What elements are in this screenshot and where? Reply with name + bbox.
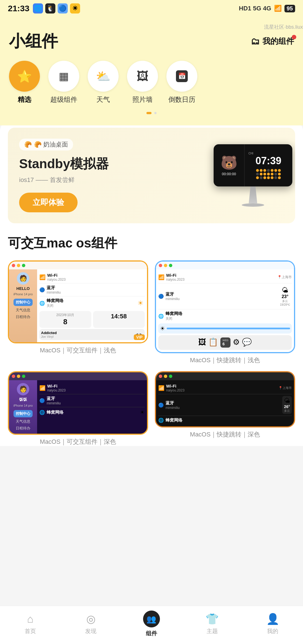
category-item-super[interactable]: ▦ 超级组件	[48, 61, 79, 104]
widget-card-macos-dark-1[interactable]: 🧑 饭饭 iPhone 14 pro 控制中心 天气信息 日程待办 📶	[8, 371, 148, 446]
list-icon[interactable]: 📋	[208, 337, 218, 348]
divider-2b	[158, 309, 292, 309]
category-item-countdown[interactable]: 📅 倒数日历	[166, 61, 197, 104]
bt-info-3: 蓝牙 mimimiliu	[47, 396, 145, 405]
bear-icon: 🐻	[221, 155, 238, 171]
nav-item-home[interactable]: ⌂ 首页	[13, 613, 47, 635]
macos-widget-1: 🧑 HELLO iPhone 14 pro 控制中心 天气信息 日程待办 📶	[9, 262, 147, 342]
ctrl-btn-3[interactable]: 控制中心	[13, 410, 33, 417]
nav-item-theme[interactable]: 👕 主题	[195, 613, 229, 635]
wifi-row-3: 📶 Wi-Fi naiyou.2023	[39, 382, 145, 393]
widget-grid: 🧑 HELLO iPhone 14 pro 控制中心 天气信息 日程待办 📶	[8, 260, 295, 446]
dc18	[267, 176, 270, 179]
banner-tag: 🥐 🥐 奶油桌面	[19, 139, 73, 150]
standby-clock-display: 07:39	[255, 155, 281, 167]
category-item-weather[interactable]: ⛅ 天气	[88, 61, 119, 104]
standby-timer: 00:00:00	[222, 172, 236, 176]
settings-icon[interactable]: ⚙	[233, 337, 240, 348]
category-item-featured[interactable]: ⭐ 精选	[9, 61, 40, 104]
bottom-nav: ⌂ 首页 ◎ 发现 👥 组件 👕 主题 👤 我的	[0, 606, 303, 644]
yellow-section: 流星社区·bbs.liuxingw.com 小组件 🗂 我的组件 ⭐ 精选 ▦	[0, 16, 303, 125]
banner-button[interactable]: 立即体验	[19, 193, 78, 212]
divider-3a	[39, 394, 145, 394]
net-row-1: 🌐 蜂窝网络 关闭 ☀	[39, 297, 145, 309]
wifi-sub-2: naiyou.2023	[166, 278, 275, 282]
dc5	[271, 169, 273, 172]
temp-display-4: 26°	[284, 404, 290, 409]
bt-info-2: 蓝牙 mimimiliu	[166, 292, 277, 301]
photo-label: 照片墙	[132, 95, 153, 104]
nav-item-mine[interactable]: 👤 我的	[256, 613, 290, 635]
dot-1	[146, 112, 152, 114]
widget-card-macos-light-2[interactable]: 📶 Wi-Fi naiyou.2023 📍上海市 🔵	[155, 260, 295, 364]
photo-icon-wrap: 🖼	[127, 61, 158, 92]
widget-label-4: MacOS｜快捷跳转｜深色	[155, 430, 295, 439]
dc12	[271, 173, 273, 175]
wifi-title-1: Wi-Fi	[47, 273, 145, 278]
widget-card-macos-dark-2[interactable]: 📶 Wi-Fi naiyou.2023 📍上海市 🔵	[155, 371, 295, 446]
weather-label: 天气	[96, 95, 110, 104]
widget-main-1: 📶 Wi-Fi naiyou.2023 🔵	[37, 269, 147, 342]
widget-label-2: MacOS｜快捷跳转｜浅色	[155, 356, 295, 364]
dot-2	[154, 112, 157, 114]
calendar-icon[interactable]: WED6	[220, 337, 230, 348]
dc6	[274, 169, 277, 172]
divider-4b	[158, 416, 292, 416]
tb-green-3	[22, 375, 25, 378]
photo-icon: 🖼	[137, 69, 148, 83]
cloud-icon: 🌤	[282, 286, 288, 294]
location-label: 📍上海市	[277, 275, 292, 280]
battery-badge: 95	[284, 5, 295, 12]
wifi-info-1: Wi-Fi naiyou.2023	[47, 273, 145, 282]
globe-icon-2: 🌐	[158, 314, 164, 319]
music-title-1: Addicted	[41, 331, 133, 335]
category-row: ⭐ 精选 ▦ 超级组件 ⛅ 天气 🖼	[9, 61, 294, 104]
titlebar-4	[156, 372, 294, 380]
tb-red-1	[12, 264, 15, 267]
wifi-info-4: Wi-Fi naiyou.2023	[166, 384, 276, 392]
wifi-sub-3: naiyou.2023	[47, 388, 145, 392]
standby-banner[interactable]: 🥐 🥐 奶油桌面 Standby模拟器 ios17 —— 首发尝鲜 立即体验 🐻…	[8, 128, 295, 223]
tb-red-2	[159, 264, 162, 267]
banner-title: Standby模拟器	[19, 156, 202, 172]
user-name-3: 饭饭	[19, 397, 27, 402]
bt-title-2: 蓝牙	[166, 292, 277, 297]
theme-label: 主题	[207, 627, 218, 635]
bt-row-3: 🔵 蓝牙 mimimiliu	[39, 395, 145, 406]
net-title-2: 蜂窝网络	[166, 311, 292, 316]
bt-icon-3: 🔵	[39, 398, 45, 403]
widget-main-2: 📶 Wi-Fi naiyou.2023 📍上海市 🔵	[156, 269, 294, 352]
user-name-1: HELLO	[16, 286, 30, 291]
weather-info-3: 天气信息	[16, 419, 30, 424]
weather-desc-4: 多云	[284, 409, 290, 413]
my-widgets-button[interactable]: 🗂 我的组件	[251, 36, 294, 47]
super-icon: ▦	[59, 70, 69, 82]
dc15	[256, 176, 259, 179]
wifi-title-2: Wi-Fi	[166, 273, 275, 278]
net-info-2: 蜂窝网络 关闭	[166, 311, 292, 321]
banner-subtitle: ios17 —— 首发尝鲜	[19, 176, 202, 184]
bt-icon-4: 🔵	[158, 402, 164, 408]
brightness-row: ☀	[158, 323, 292, 334]
wifi-row-2: 📶 Wi-Fi naiyou.2023 📍上海市	[158, 272, 292, 283]
weather-panel: 🌤 23° 多云 19/28℃	[278, 285, 292, 307]
control-center-btn[interactable]: 控制中心	[13, 299, 33, 306]
widget-main-3: 📶 Wi-Fi naiyou.2023 🔵	[37, 380, 147, 434]
brightness-slider[interactable]	[167, 328, 290, 329]
nav-item-widgets[interactable]: 👥 组件	[135, 611, 168, 637]
dc14	[278, 173, 281, 175]
page-title: 小组件	[9, 30, 58, 52]
category-item-photo[interactable]: 🖼 照片墙	[127, 61, 158, 104]
widget-card-macos-light-1[interactable]: 🧑 HELLO iPhone 14 pro 控制中心 天气信息 日程待办 📶	[8, 260, 148, 364]
layers-icon: 🗂	[251, 36, 260, 47]
sun-icon-3: ☀	[140, 409, 145, 416]
pagination-dots	[9, 112, 294, 114]
sun-icon-2: ☀	[160, 325, 165, 332]
mine-label: 我的	[267, 627, 278, 635]
messages-icon[interactable]: 💬	[242, 337, 252, 348]
photos-icon[interactable]: 🖼	[198, 337, 206, 348]
banner-right: 🐻 00:00:00 CHI 07:39	[211, 128, 295, 223]
tb-red-4	[159, 375, 162, 378]
nav-item-discover[interactable]: ◎ 发现	[74, 613, 108, 635]
icon-penguin: 🐧	[45, 3, 55, 13]
